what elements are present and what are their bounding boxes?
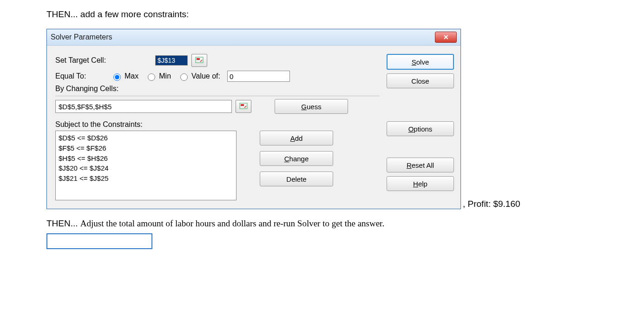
radio-valueof[interactable]: Value of: [178, 72, 220, 81]
svg-rect-1 [197, 58, 200, 60]
radio-min[interactable]: Min [145, 72, 171, 81]
radio-max-input[interactable] [113, 73, 121, 81]
change-button[interactable]: Change [260, 151, 333, 166]
intro-text: THEN... add a few more constraints: [46, 9, 598, 20]
svg-rect-3 [241, 104, 244, 106]
constraint-item[interactable]: $J$20 <= $J$24 [59, 163, 233, 173]
titlebar: Solver Parameters ✕ [47, 29, 460, 46]
target-cell-label: Set Target Cell: [55, 56, 155, 65]
constraints-listbox[interactable]: $D$5 <= $D$26 $F$5 <= $F$26 $H$5 <= $H$2… [55, 131, 237, 200]
constraint-item[interactable]: $J$21 <= $J$25 [59, 173, 233, 184]
close-button[interactable]: Close [387, 73, 454, 88]
outro-text: THEN... Adjust the total amount of labor… [46, 218, 598, 229]
radio-min-input[interactable] [148, 73, 155, 81]
profit-note: , Profit: $9.160 [463, 199, 520, 209]
add-button[interactable]: Add [260, 131, 333, 145]
constraint-item[interactable]: $H$5 <= $H$26 [59, 153, 233, 164]
guess-button[interactable]: Guess [275, 99, 348, 114]
changing-cells-input[interactable] [55, 100, 232, 113]
radio-valueof-label: Value of: [191, 72, 220, 80]
answer-input[interactable] [46, 233, 152, 249]
valueof-input[interactable] [227, 71, 290, 82]
delete-button[interactable]: Delete [260, 172, 333, 186]
radio-valueof-input[interactable] [180, 73, 188, 81]
constraint-item[interactable]: $F$5 <= $F$26 [59, 143, 233, 153]
close-icon: ✕ [443, 33, 449, 41]
collapse-dialog-icon [195, 57, 204, 64]
collapse-dialog-icon [239, 103, 248, 110]
options-button[interactable]: Options [387, 121, 454, 136]
changing-cells-ref-button[interactable] [236, 100, 251, 113]
solve-button[interactable]: Solve [387, 54, 454, 70]
radio-min-label: Min [159, 72, 171, 80]
help-button[interactable]: Help [387, 176, 454, 191]
window-close-button[interactable]: ✕ [435, 32, 457, 43]
target-cell-ref-button[interactable] [191, 54, 207, 67]
constraints-label: Subject to the Constraints: [55, 120, 380, 129]
radio-max-label: Max [125, 72, 138, 80]
solver-dialog: Solver Parameters ✕ Set Target Cell: [46, 29, 461, 209]
constraint-item[interactable]: $D$5 <= $D$26 [59, 133, 233, 143]
radio-max[interactable]: Max [111, 72, 138, 81]
reset-all-button[interactable]: Reset All [387, 158, 454, 172]
dialog-title: Solver Parameters [51, 33, 112, 41]
target-cell-input[interactable] [155, 55, 188, 66]
equal-to-label: Equal To: [55, 72, 104, 80]
by-changing-label: By Changing Cells: [55, 85, 380, 93]
